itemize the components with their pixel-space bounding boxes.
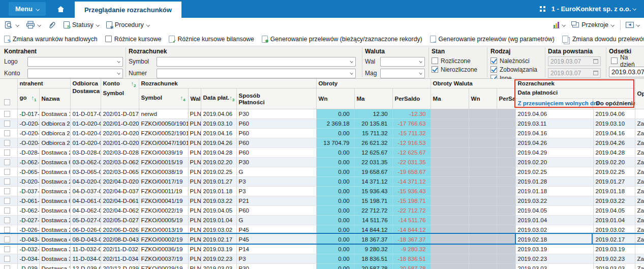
cell-logo[interactable]: -D-065-C	[17, 167, 39, 176]
na-dzien-checkbox[interactable]: Na dzień	[611, 56, 643, 65]
cell-nazwa[interactable]: Dostawca 20	[39, 176, 70, 186]
cell-konto[interactable]: 202/11-D-032-C	[101, 244, 139, 254]
cell-ma[interactable]: 12.30	[354, 109, 392, 118]
cell-data1[interactable]: 2019.03.11	[515, 118, 593, 128]
cell-wal[interactable]: PLN	[188, 176, 201, 186]
attachment-button[interactable]	[48, 21, 56, 29]
apps-grid-icon[interactable]	[540, 6, 545, 12]
table-row[interactable]: -D-027-CDostawca 2705-D-027-C202/05-D-02…	[0, 215, 644, 225]
cell-persaldo[interactable]: -12 625.67	[392, 147, 431, 157]
cell-sposob[interactable]: P3	[236, 176, 316, 186]
cell-konto[interactable]: 202/06-D-026-C	[101, 225, 139, 234]
cell-dostawca[interactable]: 01-O-020-C	[70, 118, 101, 128]
row-checkbox[interactable]	[0, 215, 17, 225]
row-checkbox[interactable]	[0, 109, 17, 118]
cell-sposob[interactable]: P30	[236, 109, 316, 118]
cell-wal[interactable]: PLN	[188, 167, 201, 176]
cell-nazwa[interactable]: Dostawca 28	[39, 147, 70, 157]
cell-wn[interactable]: 2 369.18	[316, 118, 354, 128]
cell-ow_wn[interactable]	[469, 186, 497, 196]
cell-wn[interactable]: 0.00	[316, 205, 354, 215]
cell-wn[interactable]: 0.00	[316, 176, 354, 186]
cell-op[interactable]	[635, 244, 644, 254]
cell-data2[interactable]: 2019.02.17	[593, 234, 635, 244]
cell-data2[interactable]: 2019.02.20	[593, 157, 635, 167]
cell-wn[interactable]: 0.00	[316, 196, 354, 205]
cell-logo[interactable]: -D-037-C	[17, 186, 39, 196]
statusy-button[interactable]: ↻ Statusy	[64, 21, 99, 28]
cell-dostawca[interactable]: 03-D-062-C	[70, 157, 101, 167]
cell-konto[interactable]: 202/11-D-034-C	[101, 254, 139, 263]
column-header-konto-symbol[interactable]: Konto↑2Symbol	[101, 79, 139, 109]
row-checkbox[interactable]	[0, 196, 17, 205]
cell-ma[interactable]: 20 135.81	[354, 118, 392, 128]
cell-data1[interactable]: 2019.02.25	[515, 167, 593, 176]
cell-ow_wn[interactable]	[469, 128, 497, 138]
cell-wn[interactable]: 0.00	[316, 109, 354, 118]
logo-combobox[interactable]	[27, 57, 123, 67]
cell-wn[interactable]: 0.00	[316, 128, 354, 138]
cell-persaldo[interactable]: -14 371.12	[392, 176, 431, 186]
cell-logo[interactable]: -O-020-C	[17, 118, 39, 128]
cell-data1[interactable]: 2019.01.28	[515, 176, 593, 186]
cell-persaldo[interactable]: -22 712.72	[392, 205, 431, 215]
cell-ow_wn[interactable]	[469, 157, 497, 167]
cell-op[interactable]: Za	[635, 254, 644, 263]
cell-symbol[interactable]: FZKO/00029/19	[139, 263, 188, 269]
cell-ow_persaldo[interactable]	[497, 157, 515, 167]
home-button[interactable]	[57, 0, 65, 18]
cell-konto[interactable]: 202/05-D-027-C	[101, 215, 139, 225]
table-row[interactable]: -D-037-CDostawca 3704-D-037-C202/04-D-03…	[0, 186, 644, 196]
cell-logo[interactable]: -O-020-C	[17, 128, 39, 138]
cell-sposob[interactable]: P60	[236, 118, 316, 128]
cell-ow_ma[interactable]	[431, 138, 469, 147]
cell-dostawca[interactable]: 03-D-065-C	[70, 167, 101, 176]
cell-op[interactable]: Za	[635, 205, 644, 215]
date-from-input[interactable]: 2019.03.07	[548, 56, 601, 66]
cell-ma[interactable]: 22 031.35	[354, 157, 392, 167]
cell-logo[interactable]: -D-027-C	[17, 215, 39, 225]
group-obroty[interactable]: Obroty	[316, 79, 431, 88]
cell-ow_persaldo[interactable]	[497, 244, 515, 254]
cell-wal[interactable]: PLN	[188, 157, 201, 167]
cell-op[interactable]: Za	[635, 167, 644, 176]
cell-dostawca[interactable]: 04-D-037-C	[70, 186, 101, 196]
cell-data_plat[interactable]: 2019.01.04	[201, 215, 236, 225]
cell-data_plat[interactable]: 2019.04.06	[201, 109, 236, 118]
cell-symbol[interactable]: FZKO/00037/19	[139, 254, 188, 263]
cell-konto[interactable]: 202/03-D-062-C	[101, 157, 139, 167]
cell-op[interactable]: Za	[635, 215, 644, 225]
row-checkbox[interactable]	[0, 234, 17, 244]
cell-wal[interactable]: PLN	[188, 128, 201, 138]
cell-nazwa[interactable]: Dostawca 17	[39, 109, 70, 118]
numer-combobox[interactable]	[157, 69, 356, 78]
column-header-obroty-persaldo[interactable]: PerSaldo	[392, 88, 431, 109]
cell-wal[interactable]: PLN	[188, 205, 201, 215]
cell-dostawca[interactable]: 05-D-027-C	[70, 215, 101, 225]
cell-op[interactable]: Za	[635, 138, 644, 147]
cell-data2[interactable]: 2019.01.18	[593, 186, 635, 196]
cell-ow_persaldo[interactable]	[497, 225, 515, 234]
cell-data1[interactable]: 2019.02.20	[515, 157, 593, 167]
cell-ow_wn[interactable]	[469, 244, 497, 254]
action-button[interactable]: Różnice kursowe bilansowe	[169, 36, 254, 43]
cell-data1[interactable]: 2019.02.23	[515, 254, 593, 263]
cell-data1[interactable]: 2019.04.06	[515, 109, 593, 118]
row-checkbox[interactable]	[0, 176, 17, 186]
cell-symbol[interactable]: FZKO/00022/19	[139, 205, 188, 215]
cell-ow_ma[interactable]	[431, 254, 469, 263]
column-header-wal[interactable]: Wal	[188, 88, 201, 109]
table-row[interactable]: -D-020-CDostawca 2004-D-020-C202/04-D-02…	[0, 176, 644, 186]
column-header-odbiorca-dostawca[interactable]: OdbiorcaDostawca	[70, 79, 101, 109]
cell-wn[interactable]: 0.00	[316, 244, 354, 254]
cell-symbol[interactable]: FZKO/00017/19	[139, 176, 188, 186]
row-checkbox[interactable]	[0, 205, 17, 215]
cell-symbol[interactable]: FZKO/00052/1901002	[139, 128, 188, 138]
cell-logo[interactable]: -D-034-C	[17, 254, 39, 263]
cell-nazwa[interactable]: Dostawca 62	[39, 157, 70, 167]
table-row[interactable]: -D-065-CDostawca 6503-D-065-C202/03-D-06…	[0, 167, 644, 176]
cell-symbol[interactable]: FZKO/00005/19	[139, 215, 188, 225]
cell-konto[interactable]: 202/01-O-020-C	[101, 118, 139, 128]
dock-panel-button[interactable]: ◄	[626, 22, 639, 28]
cell-data1[interactable]: 2019.02.18	[515, 234, 593, 244]
